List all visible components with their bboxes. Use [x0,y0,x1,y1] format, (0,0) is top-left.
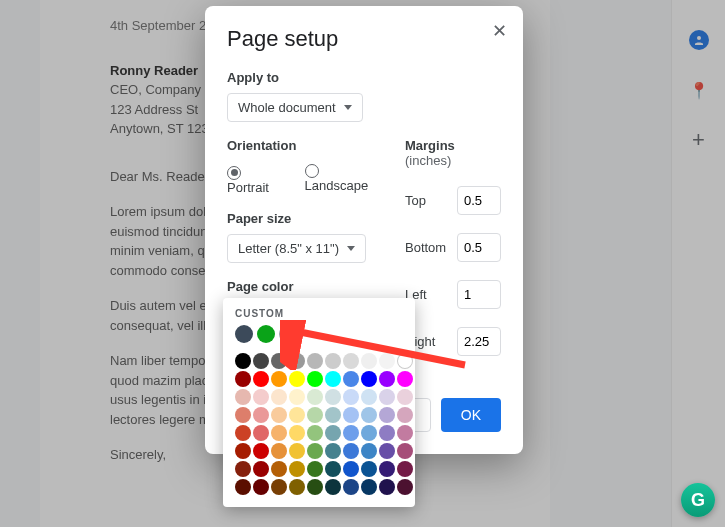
palette-swatch[interactable] [235,407,251,423]
palette-swatch[interactable] [379,389,395,405]
palette-swatch[interactable] [361,353,377,369]
palette-swatch[interactable] [379,371,395,387]
palette-swatch[interactable] [271,479,287,495]
palette-swatch[interactable] [289,407,305,423]
margin-top-label: Top [405,193,426,208]
palette-swatch[interactable] [379,443,395,459]
palette-swatch[interactable] [379,425,395,441]
add-custom-color-button[interactable]: + [279,325,297,343]
palette-swatch[interactable] [307,389,323,405]
palette-swatch[interactable] [289,371,305,387]
palette-swatch[interactable] [235,443,251,459]
palette-swatch[interactable] [325,443,341,459]
palette-swatch[interactable] [361,461,377,477]
palette-swatch[interactable] [253,461,269,477]
palette-swatch[interactable] [289,389,305,405]
palette-swatch[interactable] [343,479,359,495]
palette-swatch[interactable] [325,353,341,369]
palette-swatch[interactable] [343,461,359,477]
ok-button[interactable]: OK [441,398,501,432]
palette-swatch[interactable] [271,371,287,387]
palette-swatch[interactable] [253,443,269,459]
palette-swatch[interactable] [307,425,323,441]
palette-swatch[interactable] [325,371,341,387]
palette-swatch[interactable] [397,479,413,495]
color-palette [235,353,403,495]
palette-swatch[interactable] [379,353,395,369]
palette-swatch[interactable] [253,425,269,441]
palette-swatch[interactable] [343,443,359,459]
palette-swatch[interactable] [397,425,413,441]
custom-colors-row: + [235,325,403,343]
margin-right-input[interactable] [457,327,501,356]
orientation-landscape-radio[interactable]: Landscape [305,163,385,193]
palette-swatch[interactable] [307,479,323,495]
palette-swatch[interactable] [343,371,359,387]
palette-swatch[interactable] [361,389,377,405]
palette-swatch[interactable] [235,479,251,495]
palette-swatch[interactable] [361,371,377,387]
palette-swatch[interactable] [397,443,413,459]
palette-swatch[interactable] [325,389,341,405]
palette-swatch[interactable] [397,389,413,405]
palette-swatch[interactable] [271,389,287,405]
palette-swatch[interactable] [343,407,359,423]
paper-size-label: Paper size [227,211,385,226]
palette-swatch[interactable] [289,443,305,459]
palette-swatch[interactable] [325,479,341,495]
palette-swatch[interactable] [253,371,269,387]
palette-swatch[interactable] [343,353,359,369]
palette-swatch[interactable] [289,479,305,495]
palette-swatch[interactable] [307,461,323,477]
palette-swatch[interactable] [253,353,269,369]
palette-swatch[interactable] [343,425,359,441]
palette-swatch[interactable] [397,407,413,423]
palette-swatch[interactable] [235,425,251,441]
palette-swatch[interactable] [397,461,413,477]
paper-size-dropdown[interactable]: Letter (8.5" x 11") [227,234,366,263]
palette-swatch[interactable] [307,443,323,459]
palette-swatch[interactable] [343,389,359,405]
palette-swatch[interactable] [307,353,323,369]
palette-swatch[interactable] [397,371,413,387]
palette-swatch[interactable] [325,407,341,423]
grammarly-icon[interactable]: G [681,483,715,517]
palette-swatch[interactable] [397,353,413,369]
palette-swatch[interactable] [271,425,287,441]
palette-swatch[interactable] [361,425,377,441]
palette-swatch[interactable] [289,353,305,369]
palette-swatch[interactable] [271,407,287,423]
palette-swatch[interactable] [235,461,251,477]
palette-swatch[interactable] [379,461,395,477]
paper-size-value: Letter (8.5" x 11") [238,241,339,256]
palette-swatch[interactable] [271,353,287,369]
palette-swatch[interactable] [271,461,287,477]
margin-top-input[interactable] [457,186,501,215]
palette-swatch[interactable] [325,425,341,441]
palette-swatch[interactable] [289,425,305,441]
palette-swatch[interactable] [289,461,305,477]
palette-swatch[interactable] [307,371,323,387]
palette-swatch[interactable] [361,443,377,459]
apply-to-dropdown[interactable]: Whole document [227,93,363,122]
margin-left-input[interactable] [457,280,501,309]
palette-swatch[interactable] [361,407,377,423]
palette-swatch[interactable] [253,407,269,423]
palette-swatch[interactable] [235,389,251,405]
close-icon[interactable]: ✕ [492,20,507,42]
palette-swatch[interactable] [379,479,395,495]
palette-swatch[interactable] [379,407,395,423]
palette-swatch[interactable] [253,479,269,495]
custom-color-swatch[interactable] [235,325,253,343]
orientation-portrait-radio[interactable]: Portrait [227,161,287,195]
palette-swatch[interactable] [307,407,323,423]
palette-swatch[interactable] [271,443,287,459]
custom-color-swatch[interactable] [257,325,275,343]
palette-swatch[interactable] [235,353,251,369]
palette-swatch[interactable] [235,371,251,387]
palette-swatch[interactable] [361,479,377,495]
palette-swatch[interactable] [325,461,341,477]
palette-swatch[interactable] [253,389,269,405]
margin-bottom-input[interactable] [457,233,501,262]
page-color-label: Page color [227,279,385,294]
